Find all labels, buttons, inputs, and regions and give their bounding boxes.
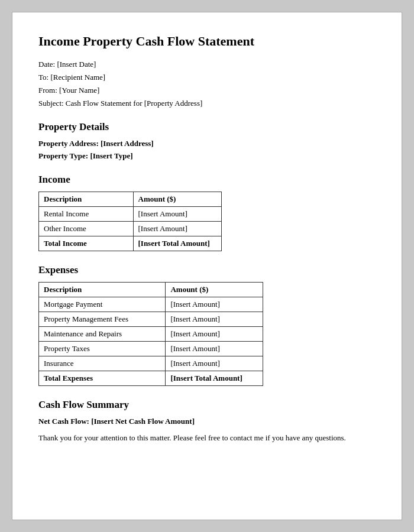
document-title: Income Property Cash Flow Statement (38, 34, 376, 49)
net-cash-value: [Insert Net Cash Flow Amount] (91, 417, 195, 426)
net-cash-label: Net Cash Flow: (38, 417, 89, 426)
property-address-line: Property Address: [Insert Address] (38, 139, 376, 148)
expense-amount-1: [Insert Amount] (166, 297, 263, 312)
from-line: From: [Your Name] (38, 86, 376, 95)
table-row: Maintenance and Repairs [Insert Amount] (39, 327, 263, 342)
property-type-line: Property Type: [Insert Type] (38, 151, 376, 161)
type-value: [Insert Type] (90, 151, 132, 160)
expenses-heading: Expenses (38, 264, 376, 276)
expense-desc-1: Mortgage Payment (39, 297, 166, 312)
income-col-amount: Amount ($) (133, 192, 222, 207)
income-total-row: Total Income [Insert Total Amount] (39, 236, 222, 251)
income-amount-1: [Insert Amount] (133, 207, 222, 222)
expenses-table: Description Amount ($) Mortgage Payment … (38, 282, 263, 386)
income-amount-2: [Insert Amount] (133, 222, 222, 236)
expense-desc-2: Property Management Fees (39, 312, 166, 327)
expense-amount-5: [Insert Amount] (166, 356, 263, 371)
expenses-col-description: Description (39, 283, 166, 297)
expense-amount-4: [Insert Amount] (166, 342, 263, 356)
expenses-total-value: [Insert Total Amount] (166, 371, 263, 386)
income-table: Description Amount ($) Rental Income [In… (38, 192, 222, 251)
expense-desc-3: Maintenance and Repairs (39, 327, 166, 342)
income-total-value: [Insert Total Amount] (133, 236, 222, 251)
to-line: To: [Recipient Name] (38, 73, 376, 82)
table-row: Rental Income [Insert Amount] (39, 207, 222, 222)
subject-line: Subject: Cash Flow Statement for [Proper… (38, 99, 376, 108)
expense-desc-4: Property Taxes (39, 342, 166, 356)
income-total-label: Total Income (39, 236, 134, 251)
subject-label: Subject: (38, 99, 64, 108)
table-row: Insurance [Insert Amount] (39, 356, 263, 371)
table-row: Property Management Fees [Insert Amount] (39, 312, 263, 327)
income-desc-1: Rental Income (39, 207, 134, 222)
subject-value: Cash Flow Statement for [Property Addres… (66, 99, 202, 108)
income-heading: Income (38, 174, 376, 186)
table-row: Mortgage Payment [Insert Amount] (39, 297, 263, 312)
address-label: Property Address: (38, 139, 99, 148)
table-row: Other Income [Insert Amount] (39, 222, 222, 236)
date-label: Date: (38, 60, 55, 69)
income-desc-2: Other Income (39, 222, 134, 236)
to-label: To: (38, 73, 48, 82)
expenses-total-label: Total Expenses (39, 371, 166, 386)
income-col-description: Description (39, 192, 134, 207)
cash-flow-summary-heading: Cash Flow Summary (38, 399, 376, 411)
expense-amount-3: [Insert Amount] (166, 327, 263, 342)
expense-desc-5: Insurance (39, 356, 166, 371)
closing-text: Thank you for your attention to this mat… (38, 432, 376, 444)
date-line: Date: [Insert Date] (38, 60, 376, 69)
from-value: [Your Name] (59, 86, 99, 95)
expenses-total-row: Total Expenses [Insert Total Amount] (39, 371, 263, 386)
type-label: Property Type: (38, 151, 88, 160)
net-cash-line: Net Cash Flow: [Insert Net Cash Flow Amo… (38, 417, 376, 426)
to-value: [Recipient Name] (50, 73, 105, 82)
table-row: Property Taxes [Insert Amount] (39, 342, 263, 356)
expense-amount-2: [Insert Amount] (166, 312, 263, 327)
property-details-heading: Property Details (38, 121, 376, 133)
from-label: From: (38, 86, 57, 95)
date-value: [Insert Date] (57, 60, 96, 69)
address-value: [Insert Address] (101, 139, 154, 148)
document: Income Property Cash Flow Statement Date… (12, 12, 402, 520)
expenses-col-amount: Amount ($) (166, 283, 263, 297)
